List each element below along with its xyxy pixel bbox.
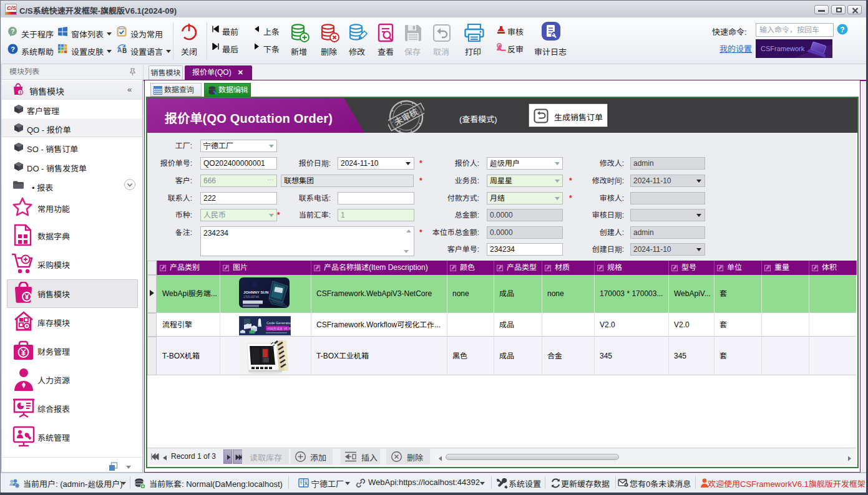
svg-text:1705-0974A: 1705-0974A bbox=[243, 296, 260, 299]
svg-text:Code Generator: Code Generator bbox=[266, 321, 291, 325]
svg-text:3: 3 bbox=[19, 90, 22, 95]
svg-text:?: ? bbox=[840, 26, 844, 34]
svg-text:?: ? bbox=[11, 46, 15, 53]
svg-text:代码生成器 V6 视频教程: 代码生成器 V6 视频教程 bbox=[267, 327, 291, 331]
svg-text:A: A bbox=[117, 47, 122, 54]
svg-text:JOHNNY SUN: JOHNNY SUN bbox=[243, 290, 269, 294]
svg-text:B: B bbox=[122, 47, 127, 54]
svg-text:CSFramework: CSFramework bbox=[761, 45, 805, 52]
svg-text:?: ? bbox=[11, 28, 14, 35]
